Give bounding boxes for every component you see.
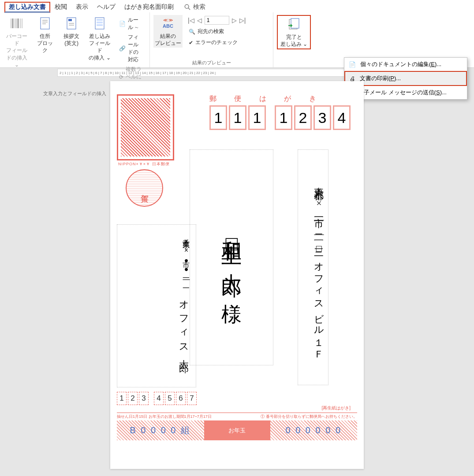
- labels-icon: ⟳: [119, 74, 123, 80]
- sender-address: 千葉県××市●●一―一: [123, 234, 190, 286]
- check-icon: ✔: [189, 40, 193, 46]
- sender-name: オフィス太郎: [123, 294, 190, 359]
- postal-digit: 3: [139, 392, 149, 405]
- sender-block[interactable]: 千葉県××市●●一―一 オフィス太郎: [117, 224, 196, 387]
- tab-postcard[interactable]: はがき宛名面印刷: [120, 2, 178, 12]
- postal-digit: 4: [154, 392, 164, 405]
- prev-record-button[interactable]: ◁: [197, 17, 202, 24]
- svg-point-0: [185, 4, 189, 8]
- document-icon: 📄: [349, 61, 356, 68]
- search-box[interactable]: 検索: [184, 3, 205, 11]
- find-icon: 🔍: [189, 29, 195, 35]
- postal-digit: 1: [117, 392, 127, 405]
- postal-digit: 1: [229, 105, 246, 130]
- svg-rect-20: [97, 24, 103, 26]
- sender-postal-code: 1 2 3 4 5 6 7: [117, 392, 197, 405]
- tab-review[interactable]: 校閲: [50, 2, 71, 12]
- postal-digit: 2: [294, 105, 312, 130]
- finish-icon: [287, 17, 302, 32]
- search-icon: [184, 4, 190, 10]
- postal-digit: 2: [128, 392, 138, 405]
- lottery-label: お年玉: [204, 420, 270, 440]
- tab-mailmerge[interactable]: 差し込み文書: [4, 2, 50, 13]
- postal-digit: 7: [187, 392, 197, 405]
- rules-icon: 📄: [119, 21, 126, 27]
- address-block-button[interactable]: 住所 ブロック: [34, 15, 56, 89]
- svg-rect-9: [41, 18, 49, 29]
- recycled-paper-label: [再生紙はがき]: [321, 405, 351, 411]
- rules-button[interactable]: 📄ルール ∼: [118, 16, 144, 32]
- svg-rect-14: [68, 19, 72, 21]
- preview-icon: ≪ ≫ABC: [160, 16, 175, 31]
- finish-merge-button[interactable]: 完了と 差し込み ⌄: [277, 15, 311, 49]
- insert-field-icon: [92, 16, 107, 31]
- recipient-address[interactable]: 東京都××市一―二―三□オフィスビル１Ｆ: [298, 149, 328, 385]
- match-icon: 🔗: [119, 45, 126, 52]
- match-fields-button[interactable]: 🔗フィールドの対応: [118, 33, 144, 64]
- barcode-button[interactable]: バーコード フィールドの挿入 ⌄: [4, 15, 30, 89]
- svg-line-1: [188, 8, 190, 10]
- insert-field-button[interactable]: 差し込みフィールド の挿入 ⌄: [86, 15, 112, 89]
- greeting-button[interactable]: 挨拶文 (英文): [60, 15, 83, 89]
- check-errors-button[interactable]: ✔エラーのチェック: [188, 38, 246, 47]
- group-label-preview: 結果のプレビュー: [153, 59, 269, 67]
- lottery-number: 0 0 0 0 0 0: [270, 420, 358, 440]
- svg-rect-22: [291, 19, 299, 28]
- last-record-button[interactable]: ▷|: [239, 17, 246, 24]
- postcard-heading: 郵 便 は が き: [209, 94, 324, 104]
- document-icon: [37, 16, 52, 31]
- first-record-button[interactable]: |◁: [188, 17, 194, 24]
- barcode-icon: [9, 16, 24, 31]
- svg-rect-19: [97, 22, 103, 23]
- search-label: 検索: [193, 3, 205, 11]
- postal-digit: 1: [275, 105, 292, 130]
- next-record-button[interactable]: ▷: [232, 17, 237, 24]
- svg-rect-18: [97, 19, 103, 21]
- tab-view[interactable]: 表示: [71, 2, 93, 12]
- postal-digit: 5: [165, 392, 175, 405]
- greeting-icon: [64, 16, 79, 31]
- find-recipient-button[interactable]: 🔍宛先の検索: [188, 27, 246, 36]
- postcard-canvas: 郵 便 は が き NIPPON×￥×￥ 日本郵便 年賀 1 1 1 1 2 3…: [110, 81, 364, 469]
- recipient-postal-code: 1 1 1 1 2 3 4: [209, 105, 351, 130]
- lottery-group: B 0 0 0 0 組: [117, 420, 204, 440]
- postal-digit: 3: [314, 105, 331, 130]
- postal-digit: 1: [209, 105, 227, 130]
- postal-digit: 6: [176, 392, 186, 405]
- record-number-input[interactable]: [205, 16, 229, 25]
- stamp-area: NIPPON×￥×￥ 日本郵便: [117, 94, 174, 160]
- postal-digit: 4: [333, 105, 351, 130]
- preview-results-button[interactable]: ≪ ≫ABC 結果の プレビュー: [153, 15, 183, 48]
- recipient-name[interactable]: 和亜土□太郎 様: [190, 149, 273, 365]
- lottery-info-line: 抽せん日1月15日 お年玉のお渡し期間1月17~7月17日 ① 番号部分を切り取…: [117, 413, 357, 420]
- postal-digit: 1: [248, 105, 266, 130]
- tab-help[interactable]: ヘルプ: [93, 2, 120, 12]
- lottery-strip: B 0 0 0 0 組 お年玉 0 0 0 0 0 0: [117, 420, 357, 440]
- menu-edit-documents[interactable]: 📄 個々のドキュメントの編集(E)...: [344, 58, 467, 71]
- nenga-mark: 年賀: [126, 169, 163, 207]
